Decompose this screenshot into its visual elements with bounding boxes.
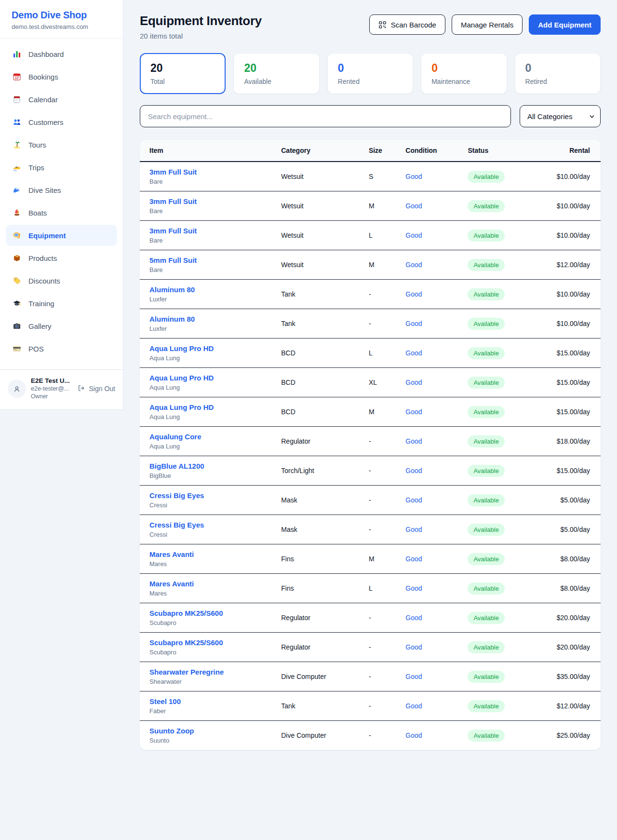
bar-chart-icon <box>13 50 21 58</box>
status-badge: Available <box>468 259 505 271</box>
table-header-row: ItemCategorySizeConditionStatusRental <box>140 140 601 162</box>
condition-link[interactable]: Good <box>405 673 422 680</box>
condition-link[interactable]: Good <box>405 732 422 739</box>
condition-link[interactable]: Good <box>405 202 422 210</box>
equipment-link[interactable]: 3mm Full Suit <box>149 168 266 176</box>
category-select[interactable]: All Categories <box>520 105 601 127</box>
item-cell: Cressi Big EyesCressi <box>140 486 273 515</box>
equipment-link[interactable]: 3mm Full Suit <box>149 227 266 235</box>
equipment-link[interactable]: Steel 100 <box>149 697 266 705</box>
rental-cell: $10.00/day <box>529 280 601 309</box>
condition-link[interactable]: Good <box>405 526 422 533</box>
equipment-link[interactable]: Cressi Big Eyes <box>149 491 266 500</box>
search-input[interactable] <box>140 105 511 127</box>
condition-link[interactable]: Good <box>405 437 422 445</box>
item-cell: 3mm Full SuitBare <box>140 162 273 191</box>
stat-card-available[interactable]: 20Available <box>233 53 319 94</box>
condition-link[interactable]: Good <box>405 408 422 416</box>
table-row: Cressi Big EyesCressiMask-GoodAvailable$… <box>140 515 601 544</box>
equipment-link[interactable]: Aqualung Core <box>149 433 266 441</box>
size-cell: - <box>361 603 398 633</box>
equipment-link[interactable]: Mares Avanti <box>149 550 266 558</box>
equipment-link[interactable]: Cressi Big Eyes <box>149 521 266 529</box>
equipment-link[interactable]: Scubapro MK25/S600 <box>149 638 266 647</box>
stat-card-total[interactable]: 20Total <box>140 53 226 94</box>
condition-link[interactable]: Good <box>405 702 422 710</box>
size-cell: L <box>361 221 398 250</box>
equipment-link[interactable]: 5mm Full Suit <box>149 256 266 264</box>
sidebar-item-boats[interactable]: Boats <box>6 202 117 223</box>
filter-bar: All Categories <box>140 105 601 127</box>
sidebar-item-label: Dashboard <box>28 50 64 58</box>
sidebar-item-bookings[interactable]: 17Bookings <box>6 66 117 87</box>
condition-link[interactable]: Good <box>405 231 422 239</box>
equipment-brand: Bare <box>149 237 266 244</box>
sidebar-item-pos[interactable]: POS <box>6 338 117 359</box>
condition-link[interactable]: Good <box>405 584 422 592</box>
sidebar-item-equipment[interactable]: Equipment <box>6 225 117 246</box>
item-cell: Aluminum 80Luxfer <box>140 309 273 339</box>
equipment-link[interactable]: Aqua Lung Pro HD <box>149 344 266 352</box>
sidebar: Demo Dive Shop demo.test.divestreams.com… <box>0 0 123 410</box>
condition-link[interactable]: Good <box>405 290 422 298</box>
condition-link[interactable]: Good <box>405 467 422 474</box>
table-row: BigBlue AL1200BigBlueTorch/Light-GoodAva… <box>140 456 601 486</box>
size-cell: M <box>361 544 398 574</box>
equipment-link[interactable]: 3mm Full Suit <box>149 197 266 205</box>
table-row: Suunto ZoopSuuntoDive Computer-GoodAvail… <box>140 721 601 750</box>
equipment-link[interactable]: BigBlue AL1200 <box>149 462 266 470</box>
calendar-icon <box>13 95 21 104</box>
stat-card-retired[interactable]: 0Retired <box>515 53 601 94</box>
condition-link[interactable]: Good <box>405 261 422 269</box>
sidebar-item-tours[interactable]: Tours <box>6 134 117 155</box>
stat-card-rented[interactable]: 0Rented <box>327 53 413 94</box>
item-cell: Steel 100Faber <box>140 691 273 721</box>
condition-link[interactable]: Good <box>405 379 422 386</box>
equipment-link[interactable]: Aluminum 80 <box>149 315 266 323</box>
sidebar-item-products[interactable]: Products <box>6 247 117 269</box>
equipment-link[interactable]: Aqua Lung Pro HD <box>149 403 266 411</box>
equipment-link[interactable]: Scubapro MK25/S600 <box>149 609 266 617</box>
condition-link[interactable]: Good <box>405 173 422 180</box>
status-badge: Available <box>468 435 505 447</box>
sidebar-item-customers[interactable]: Customers <box>6 111 117 133</box>
condition-link[interactable]: Good <box>405 496 422 504</box>
sailboat-icon <box>13 208 21 217</box>
sidebar-item-dive-sites[interactable]: Dive Sites <box>6 179 117 201</box>
table-row: Steel 100FaberTank-GoodAvailable$12.00/d… <box>140 691 601 721</box>
page-title-block: Equipment Inventory 20 items total <box>140 14 262 40</box>
condition-link[interactable]: Good <box>405 349 422 357</box>
shop-domain: demo.test.divestreams.com <box>12 23 111 30</box>
sidebar-item-trips[interactable]: Trips <box>6 157 117 178</box>
size-cell: - <box>361 309 398 339</box>
sidebar-item-dashboard[interactable]: Dashboard <box>6 43 117 65</box>
status-badge: Available <box>468 171 505 183</box>
equipment-link[interactable]: Aluminum 80 <box>149 285 266 294</box>
sidebar-item-calendar[interactable]: Calendar <box>6 89 117 110</box>
manage-rentals-button[interactable]: Manage Rentals <box>452 14 523 35</box>
condition-link[interactable]: Good <box>405 614 422 622</box>
sign-out-icon <box>78 384 86 393</box>
stat-card-maintenance[interactable]: 0Maintenance <box>421 53 507 94</box>
sidebar-item-gallery[interactable]: Gallery <box>6 315 117 337</box>
sign-out-button[interactable]: Sign Out <box>78 384 115 393</box>
equipment-link[interactable]: Mares Avanti <box>149 580 266 588</box>
sidebar-item-training[interactable]: Training <box>6 293 117 314</box>
equipment-link[interactable]: Aqua Lung Pro HD <box>149 374 266 382</box>
condition-link[interactable]: Good <box>405 643 422 651</box>
main-content: Equipment Inventory 20 items total Scan … <box>123 0 617 759</box>
condition-link[interactable]: Good <box>405 320 422 327</box>
item-cell: Suunto ZoopSuunto <box>140 721 273 750</box>
equipment-link[interactable]: Shearwater Peregrine <box>149 668 266 676</box>
sidebar-item-discounts[interactable]: Discounts <box>6 270 117 291</box>
equipment-brand: Bare <box>149 178 266 185</box>
sidebar-item-label: Trips <box>28 163 44 172</box>
category-cell: Mask <box>273 515 361 544</box>
add-equipment-button[interactable]: Add Equipment <box>529 14 601 35</box>
rental-cell: $15.00/day <box>529 339 601 368</box>
item-cell: Cressi Big EyesCressi <box>140 515 273 544</box>
scan-barcode-button[interactable]: Scan Barcode <box>369 14 445 35</box>
rental-cell: $5.00/day <box>529 486 601 515</box>
condition-link[interactable]: Good <box>405 555 422 563</box>
equipment-link[interactable]: Suunto Zoop <box>149 727 266 735</box>
